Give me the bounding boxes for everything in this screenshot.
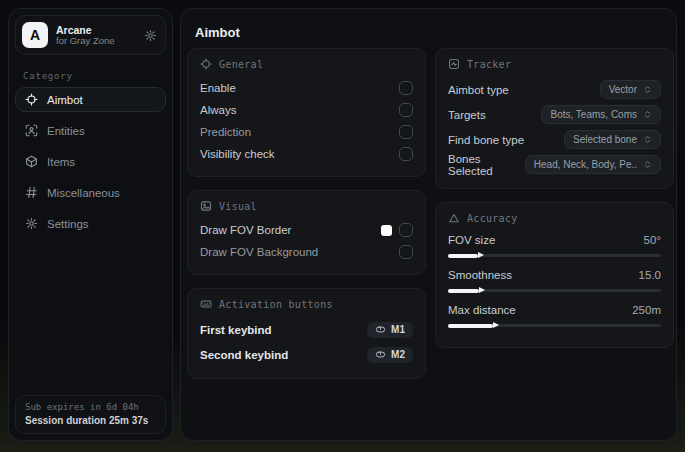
slider-row: Smoothness 15.0 [448,266,661,292]
select-value: Selected bone [573,134,637,145]
sidebar: A Arcane for Gray Zone Category Aimbot [8,8,173,441]
always-checkbox[interactable] [399,103,413,117]
brand-card: A Arcane for Gray Zone [15,15,166,55]
keybind-row: First keybind M1 [200,317,413,342]
setting-label: Prediction [200,126,251,138]
second-keybind-button[interactable]: M2 [367,347,413,363]
slider-row: FOV size 50° [448,231,661,257]
targets-select[interactable]: Bots, Teams, Coms [541,105,661,124]
activity-icon [448,58,460,70]
select-value: Vector [609,84,637,95]
select-value: Head, Neck, Body, Pe.. [534,159,637,170]
tracker-header: Tracker [448,58,661,70]
accuracy-card: Accuracy FOV size 50° Smoothness [435,202,674,348]
slider-label: Max distance [448,304,516,316]
right-column: Tracker Aimbot type Vector Targets [435,48,674,392]
setting-row: Prediction [200,121,413,143]
find-bone-type-select[interactable]: Selected bone [564,130,661,149]
crosshair-icon [200,58,212,70]
sidebar-item-miscellaneous[interactable]: Miscellaneous [15,180,166,205]
fov-size-slider[interactable] [448,254,661,257]
sidebar-item-entities[interactable]: Entities [15,118,166,143]
setting-row: Visibility check [200,143,413,165]
gear-icon[interactable] [144,29,157,42]
section-title: Tracker [467,59,511,70]
visual-card: Visual Draw FOV Border Draw FOV Backgrou… [187,190,426,275]
session-duration-text: Session duration 25m 37s [25,415,156,426]
slider-thumb[interactable] [478,252,484,258]
hash-icon [25,186,38,199]
brand-logo: A [22,22,48,48]
setting-label: Draw FOV Border [200,224,291,236]
keybind-value: M2 [391,349,405,360]
mouse-icon [375,349,386,360]
slider-thumb[interactable] [479,287,485,293]
smoothness-slider[interactable] [448,289,661,292]
chevron-up-down-icon [643,160,652,169]
sidebar-item-label: Aimbot [47,94,83,106]
keybind-value: M1 [391,324,405,335]
dropdown-row: Find bone type Selected bone [448,127,661,152]
keyboard-icon [200,298,212,310]
slider-fill [448,289,479,293]
dropdown-label: Aimbot type [448,84,509,96]
accuracy-header: Accuracy [448,212,661,224]
general-header: General [200,58,413,70]
setting-label: Enable [200,82,236,94]
max-distance-slider[interactable] [448,324,661,327]
sidebar-item-label: Entities [47,125,85,137]
setting-row: Draw FOV Border [200,219,413,241]
dropdown-label: Bones Selected [448,153,525,177]
gear-icon [25,217,38,230]
sidebar-item-settings[interactable]: Settings [15,211,166,236]
select-value: Bots, Teams, Coms [550,109,637,120]
slider-label: FOV size [448,234,495,246]
section-title: Activation buttons [219,299,333,310]
slider-thumb[interactable] [493,322,499,328]
sidebar-item-label: Miscellaneous [47,187,120,199]
slider-label: Smoothness [448,269,512,281]
draw-fov-background-checkbox[interactable] [399,245,413,259]
setting-row: Draw FOV Background [200,241,413,263]
keybind-label: Second keybind [200,349,288,361]
slider-row: Max distance 250m [448,301,661,327]
dropdown-row: Aimbot type Vector [448,77,661,102]
setting-label: Draw FOV Background [200,246,318,258]
content-columns: General Enable Always Prediction [187,48,674,392]
color-swatch[interactable] [381,225,392,236]
sidebar-nav: Aimbot Entities Items Miscellaneous [9,87,172,236]
bones-selected-select[interactable]: Head, Neck, Body, Pe.. [525,155,661,174]
keybind-row: Second keybind M2 [200,342,413,367]
brand-name: Arcane [56,24,136,36]
crosshair-icon [25,93,38,106]
tracker-card: Tracker Aimbot type Vector Targets [435,48,674,189]
aimbot-type-select[interactable]: Vector [600,80,661,99]
cube-icon [25,155,38,168]
keybind-label: First keybind [200,324,272,336]
general-card: General Enable Always Prediction [187,48,426,177]
enable-checkbox[interactable] [399,81,413,95]
visual-header: Visual [200,200,413,212]
draw-fov-border-checkbox[interactable] [399,223,413,237]
left-column: General Enable Always Prediction [187,48,426,392]
slider-value: 50° [644,234,661,246]
sidebar-item-label: Settings [47,218,89,230]
sidebar-item-aimbot[interactable]: Aimbot [15,87,166,112]
prediction-checkbox[interactable] [399,125,413,139]
category-label: Category [23,71,158,81]
setting-label: Visibility check [200,148,275,160]
entities-scan-icon [25,124,38,137]
sidebar-item-items[interactable]: Items [15,149,166,174]
visibility-check-checkbox[interactable] [399,147,413,161]
main-panel: Aimbot General Enable Al [180,8,677,441]
setting-label: Always [200,104,236,116]
activation-header: Activation buttons [200,298,413,310]
dropdown-label: Targets [448,109,486,121]
triangle-icon [448,212,460,224]
image-icon [200,200,212,212]
sidebar-item-label: Items [47,156,75,168]
subscription-info-card: Sub expires in 6d 04h Session duration 2… [15,395,166,434]
first-keybind-button[interactable]: M1 [367,322,413,338]
slider-value: 15.0 [639,269,661,281]
section-title: Accuracy [467,213,518,224]
